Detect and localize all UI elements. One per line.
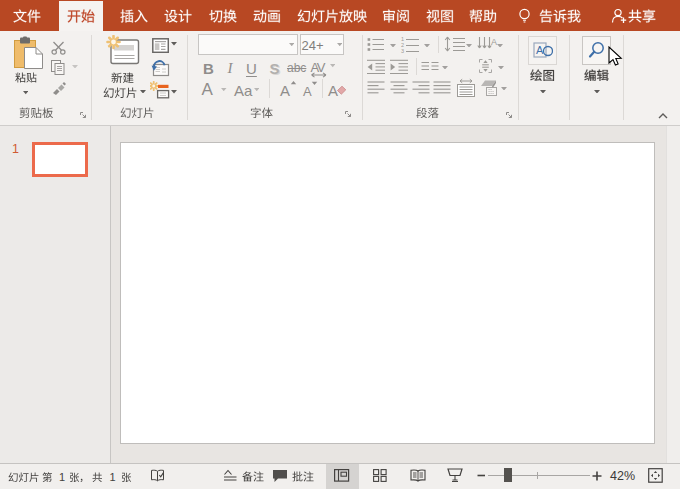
svg-text:A: A	[536, 44, 544, 56]
svg-text:3: 3	[401, 48, 404, 53]
